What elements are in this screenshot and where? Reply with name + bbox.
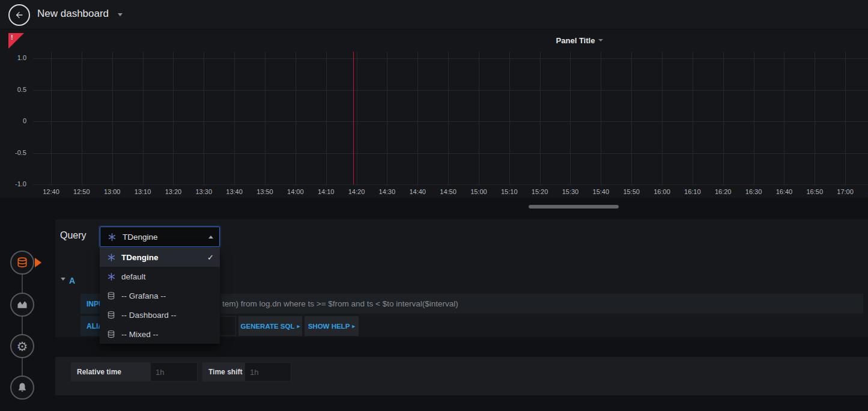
sql-input-text: tem) from log.dn where ts >= $from and t… bbox=[222, 294, 458, 314]
error-indicator: ! bbox=[11, 34, 13, 41]
query-ref-id[interactable]: A bbox=[69, 276, 75, 285]
panel-error-corner[interactable]: ! bbox=[8, 33, 24, 49]
arrow-left-icon bbox=[14, 10, 24, 20]
graph-icon bbox=[16, 299, 28, 311]
query-section-label: Query bbox=[60, 230, 86, 241]
relative-time-label: Relative time bbox=[71, 362, 150, 382]
sidebar-connector-line bbox=[22, 263, 23, 388]
gear-icon: ⚙ bbox=[17, 340, 28, 353]
chevron-up-icon bbox=[208, 236, 213, 239]
datasource-option-label: TDengine bbox=[121, 253, 159, 262]
chevron-down-icon bbox=[598, 39, 603, 41]
chart-panel bbox=[0, 29, 868, 198]
datasource-option-label: -- Dashboard -- bbox=[121, 311, 177, 320]
caret-right-icon: ▸ bbox=[352, 323, 355, 329]
grafana-panel-edit-screen: 1.00.50-0.5-1.012:4012:5013:0013:1013:20… bbox=[0, 0, 868, 411]
generate-sql-label: GENERATE SQL bbox=[241, 323, 295, 330]
sidebar-tab-general[interactable]: ⚙ bbox=[10, 334, 34, 358]
sidebar-tab-visualization[interactable] bbox=[10, 293, 34, 317]
time-shift-label: Time shift bbox=[202, 362, 244, 382]
datasource-option-label: -- Mixed -- bbox=[121, 330, 159, 339]
back-button[interactable] bbox=[8, 4, 30, 26]
chevron-down-icon[interactable] bbox=[118, 13, 123, 16]
plugin-icon bbox=[106, 272, 117, 281]
panel-title: Panel Title bbox=[556, 36, 595, 45]
database-icon bbox=[16, 257, 28, 269]
dashboard-title[interactable]: New dashboard bbox=[37, 8, 109, 20]
datasource-option[interactable]: -- Dashboard -- bbox=[100, 305, 220, 324]
topbar: New dashboard bbox=[0, 0, 868, 29]
datasource-option[interactable]: TDengine✓ bbox=[100, 248, 220, 267]
datasource-option[interactable]: -- Mixed -- bbox=[100, 324, 220, 344]
plugin-icon bbox=[106, 253, 117, 262]
plugin-icon bbox=[106, 233, 117, 242]
bell-icon bbox=[17, 382, 28, 394]
datasource-picker-value: TDengine bbox=[123, 233, 158, 242]
check-icon: ✓ bbox=[207, 253, 214, 262]
sidebar-tab-queries[interactable] bbox=[10, 251, 34, 275]
time-shift-input[interactable] bbox=[244, 362, 291, 382]
sidebar-tab-alert[interactable] bbox=[10, 376, 34, 400]
database-icon bbox=[106, 311, 117, 319]
panel-header[interactable]: Panel Title bbox=[529, 34, 631, 46]
datasource-option[interactable]: default bbox=[100, 267, 220, 286]
show-help-label: SHOW HELP bbox=[308, 323, 350, 330]
active-tab-arrow bbox=[35, 258, 41, 267]
datasource-dropdown-menu: TDengine✓default-- Grafana ---- Dashboar… bbox=[100, 248, 220, 344]
database-icon bbox=[106, 330, 117, 338]
caret-right-icon: ▸ bbox=[297, 323, 300, 329]
datasource-option-label: -- Grafana -- bbox=[121, 291, 166, 300]
horizontal-scrollbar[interactable] bbox=[529, 205, 619, 209]
database-icon bbox=[106, 291, 117, 300]
generate-sql-button[interactable]: GENERATE SQL▸ bbox=[238, 316, 302, 336]
show-help-button[interactable]: SHOW HELP▸ bbox=[305, 316, 359, 336]
relative-time-input[interactable] bbox=[150, 362, 198, 382]
datasource-picker[interactable]: TDengine bbox=[100, 227, 220, 247]
collapse-caret-icon[interactable] bbox=[61, 278, 65, 281]
datasource-option-label: default bbox=[121, 272, 146, 281]
datasource-option[interactable]: -- Grafana -- bbox=[100, 286, 220, 305]
